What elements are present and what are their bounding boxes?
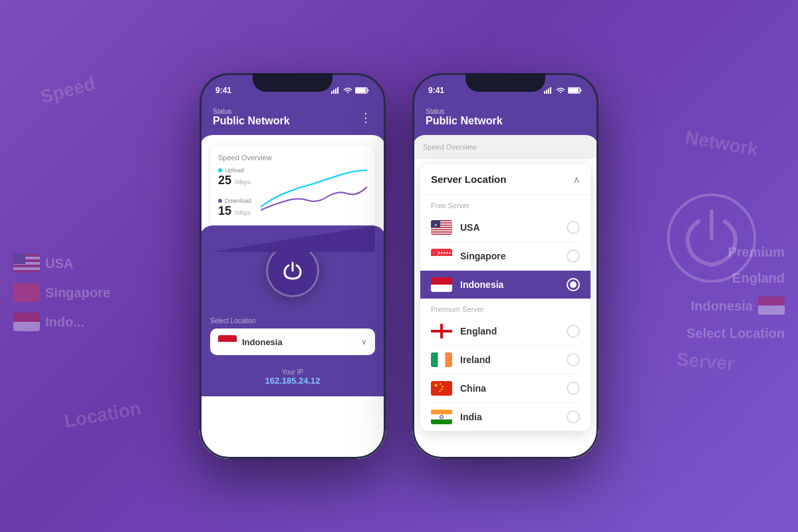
radio-china[interactable] [567, 382, 580, 395]
phone1-header: Status Public Network ⋮ [200, 102, 386, 135]
flag-singapore-svg: ☽ ★★★★★ [431, 249, 452, 263]
svg-point-49 [441, 416, 442, 417]
phone1-network-name: Public Network [213, 115, 290, 127]
phone1-time: 9:41 [215, 86, 231, 95]
phone1-upload-label: Upload [225, 167, 244, 174]
svg-rect-37 [438, 352, 446, 367]
phone2-overlay: Speed Overview Server Location ∧ Free Se… [412, 135, 598, 459]
flag-england [431, 324, 452, 338]
bg-item-indonesia-left: Indo... [13, 313, 110, 331]
svg-rect-47 [431, 420, 452, 424]
phone2-chevron-icon: ∧ [573, 174, 580, 185]
svg-text:★★★★★: ★★★★★ [438, 251, 452, 255]
phone1-upload-value-row: 25 /Mbps [218, 174, 251, 188]
bg-label-location: Location [63, 398, 142, 432]
upload-dot [218, 168, 222, 172]
phone1-speed-title: Speed Overview [218, 154, 367, 162]
server-item-china[interactable]: ★ ★ ★ ★ ★ China [420, 374, 591, 402]
radio-singapore[interactable] [567, 249, 580, 263]
server-item-singapore[interactable]: ☽ ★★★★★ Singapore [420, 242, 591, 270]
flag-china: ★ ★ ★ ★ ★ [431, 381, 452, 396]
phone1-power-container [210, 244, 375, 297]
download-dot [218, 199, 222, 203]
phone-2: 9:41 Status Public Network Speed Overvie… [412, 73, 598, 459]
svg-rect-24 [431, 228, 452, 229]
phone2-signal-icon [544, 87, 553, 94]
phone1-header-left: Status Public Network [213, 108, 290, 127]
server-item-indonesia[interactable]: Indonesia [420, 271, 591, 299]
bg-label: USA [45, 256, 73, 271]
phone1-chart [261, 167, 367, 213]
server-item-india[interactable]: India [420, 403, 591, 431]
server-item-usa[interactable]: ★ USA [420, 213, 591, 241]
bg-label-select-location: Select Location [686, 326, 785, 341]
phone2-speed-title: Speed Overview [423, 143, 477, 151]
flag-china-svg: ★ ★ ★ ★ ★ [431, 381, 452, 396]
bg-items-left: USA Singapore Indo... [13, 254, 110, 331]
phone1-location-dropdown[interactable]: Indonesia ∨ [210, 329, 375, 355]
phone1-speed-content: Upload 25 /Mbps [218, 167, 367, 218]
svg-rect-25 [431, 230, 452, 231]
radio-indonesia[interactable] [567, 278, 580, 291]
flag-ireland [431, 352, 452, 367]
battery-icon [355, 87, 370, 94]
speed-chart-svg [261, 167, 367, 217]
phone1-upload-unit: /Mbps [234, 179, 251, 186]
svg-rect-15 [548, 88, 549, 94]
bg-item-indonesia-right: Indonesia [691, 297, 785, 315]
phone1-upload-label-row: Upload [218, 167, 251, 174]
bg-items-right: Premium England Indonesia Select Locatio… [686, 245, 785, 341]
flag-england-svg [431, 324, 452, 338]
bg-flag-usa [13, 254, 40, 273]
phone2-battery-icon [568, 87, 583, 94]
diagonal-decor [210, 225, 375, 252]
phone2-time: 9:41 [428, 86, 444, 95]
svg-rect-11 [368, 90, 369, 92]
phone1-purple-bottom: Select Location Indonesia ∨ [200, 225, 386, 396]
bg-label-network: Network [684, 127, 759, 161]
bg-label-speed: Speed [38, 73, 97, 108]
svg-rect-45 [431, 410, 452, 414]
server-name-india: India [460, 412, 559, 422]
phone2-status-label: Status [426, 108, 503, 115]
server-name-ireland: Ireland [460, 354, 559, 365]
phone1-location-section: Select Location Indonesia ∨ [210, 317, 375, 360]
phone1-menu-dots[interactable]: ⋮ [360, 110, 372, 125]
radio-india[interactable] [567, 410, 580, 424]
phone2-free-label: Free Server [420, 195, 591, 213]
bg-flag-sg [13, 283, 40, 302]
phone1-location-name: Indonesia [242, 337, 356, 347]
server-item-ireland[interactable]: Ireland [420, 346, 591, 374]
bg-flag-id-left [13, 313, 40, 331]
phone1-chevron-icon: ∨ [361, 337, 367, 346]
radio-usa[interactable] [567, 221, 580, 234]
flag-indonesia [431, 277, 452, 292]
phone1-location-label: Select Location [210, 317, 375, 325]
radio-england[interactable] [567, 325, 580, 338]
wifi-icon [343, 87, 352, 94]
svg-rect-30 [431, 256, 452, 263]
phone1-screen: Status Public Network ⋮ Speed Overview [200, 102, 386, 459]
phone1-notch [253, 73, 332, 92]
phone2-server-location-title: Server Location [431, 174, 506, 185]
phone2-wifi-icon [556, 87, 565, 94]
bg-power-icon [665, 192, 758, 287]
bg-label-id-left: Indo... [45, 315, 84, 330]
phone-1: 9:41 Status Public Network ⋮ Spee [200, 73, 386, 459]
phone1-power-button[interactable] [266, 244, 319, 297]
server-item-england[interactable]: England [420, 317, 591, 345]
svg-rect-36 [431, 352, 438, 367]
phones-container: 9:41 Status Public Network ⋮ Spee [200, 73, 598, 459]
server-name-singapore: Singapore [460, 251, 559, 261]
flag-usa: ★ [431, 220, 452, 235]
phone2-dropdown-header[interactable]: Server Location ∧ [420, 164, 591, 195]
phone1-white-card: Speed Overview Upload 25 /Mbps [200, 135, 386, 459]
radio-ireland[interactable] [567, 353, 580, 366]
phone1-speed-info: Upload 25 /Mbps [218, 167, 251, 218]
phone1-download-item: Download 15 /Mbps [218, 198, 251, 219]
phone1-status-label: Status [213, 108, 290, 115]
svg-rect-3 [13, 267, 40, 270]
server-name-china: China [460, 383, 559, 394]
svg-rect-13 [544, 91, 545, 94]
phone1-upload-value: 25 [218, 174, 231, 187]
